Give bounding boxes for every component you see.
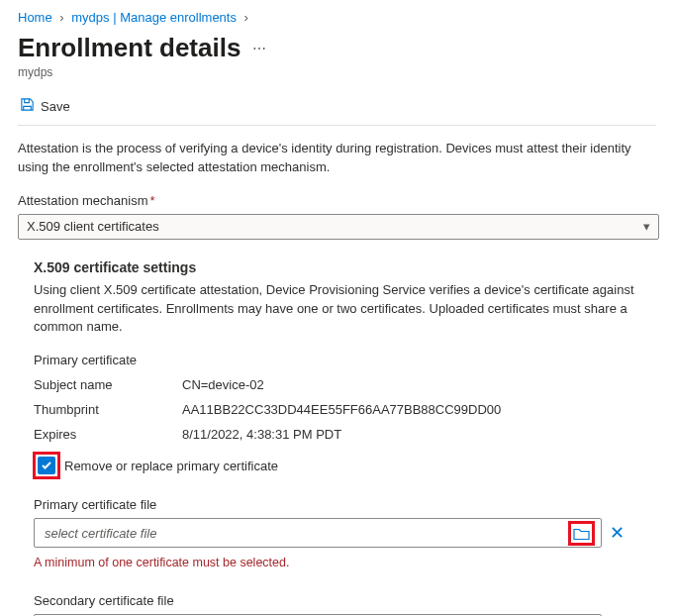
page-subtitle: mydps <box>18 65 656 79</box>
subject-name-value: CN=device-02 <box>182 377 264 392</box>
primary-file-error: A minimum of one certificate must be sel… <box>34 556 656 569</box>
thumbprint-label: Thumbprint <box>34 402 182 417</box>
save-button-label: Save <box>41 99 70 114</box>
chevron-down-icon: ▾ <box>643 219 650 234</box>
breadcrumb-parent[interactable]: mydps | Manage enrollments <box>71 10 237 25</box>
x509-description: Using client X.509 certificate attestati… <box>34 281 656 338</box>
chevron-right-icon: › <box>59 10 63 25</box>
remove-primary-label: Remove or replace primary certificate <box>64 459 278 473</box>
breadcrumb: Home › mydps | Manage enrollments › <box>18 10 656 25</box>
required-indicator: * <box>150 193 155 208</box>
primary-file-placeholder: select certificate file <box>45 526 156 541</box>
more-actions-button[interactable]: ⋯ <box>252 41 267 56</box>
chevron-right-icon: › <box>244 10 248 25</box>
save-icon <box>20 97 35 115</box>
remove-primary-checkbox[interactable] <box>38 457 55 474</box>
check-icon <box>41 460 52 471</box>
subject-name-label: Subject name <box>34 377 182 392</box>
page-title: Enrollment details <box>18 33 241 63</box>
attestation-label: Attestation mechanism* <box>18 193 656 208</box>
attestation-mechanism-value: X.509 client certificates <box>27 219 159 234</box>
secondary-file-label: Secondary certificate file <box>34 593 656 608</box>
thumbprint-value: AA11BB22CC33DD44EE55FF66AA77BB88CC99DD00 <box>182 402 501 417</box>
primary-cert-title: Primary certificate <box>34 353 656 367</box>
attestation-mechanism-select[interactable]: X.509 client certificates ▾ <box>18 214 659 240</box>
folder-icon <box>573 526 590 541</box>
expires-label: Expires <box>34 427 182 442</box>
primary-file-clear-button[interactable]: ✕ <box>608 524 626 542</box>
primary-file-label: Primary certificate file <box>34 497 656 512</box>
divider <box>18 125 656 126</box>
highlight-box <box>568 521 595 546</box>
breadcrumb-home[interactable]: Home <box>18 10 52 25</box>
highlight-box <box>33 452 60 479</box>
save-button[interactable]: Save <box>18 93 72 119</box>
x509-heading: X.509 certificate settings <box>34 259 656 275</box>
expires-value: 8/11/2022, 4:38:31 PM PDT <box>182 427 341 442</box>
intro-text: Attestation is the process of verifying … <box>18 140 656 177</box>
primary-file-input[interactable]: select certificate file <box>34 518 602 548</box>
